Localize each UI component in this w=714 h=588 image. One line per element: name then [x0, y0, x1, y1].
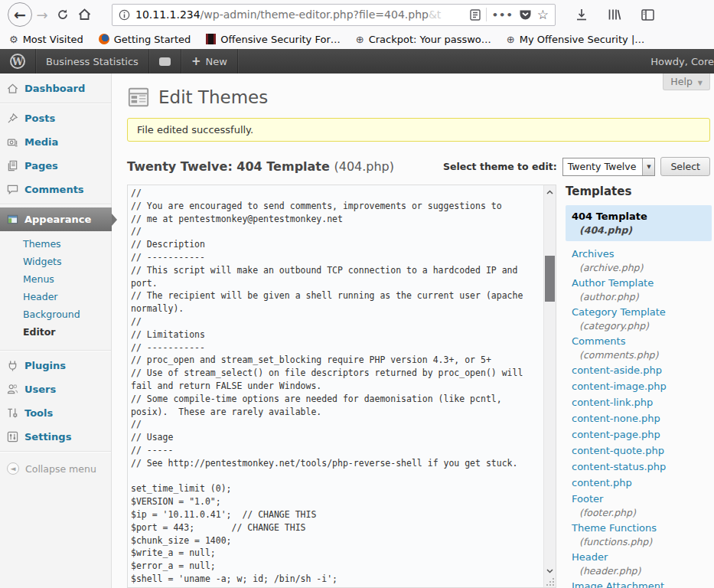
- sidebar-item-plugins[interactable]: Plugins: [0, 354, 111, 377]
- template-item[interactable]: content.php: [566, 476, 712, 489]
- dropdown-arrow-icon: ▼: [642, 158, 654, 175]
- sidebar-item-pages[interactable]: Pages: [0, 154, 111, 178]
- tools-icon: [7, 407, 18, 419]
- url-divider: [486, 8, 487, 21]
- download-icon[interactable]: [575, 8, 588, 21]
- new-content-menu[interactable]: + New: [181, 49, 238, 74]
- help-button[interactable]: Help ▼: [663, 74, 710, 90]
- bookmark-label: My Offensive Security |…: [520, 34, 645, 45]
- bookmark-label: Offensive Security For…: [220, 34, 340, 45]
- template-item[interactable]: Image Attachment Template (image.php): [566, 580, 712, 588]
- template-file: (author.php): [579, 291, 712, 302]
- textarea-resize-grip[interactable]: [546, 577, 555, 586]
- template-item[interactable]: content-status.php: [566, 460, 712, 473]
- bookmarks-bar: ⚙ Most Visited Getting Started Offensive…: [0, 29, 714, 49]
- template-name: Footer: [572, 492, 712, 505]
- sidebar-item-label: Dashboard: [24, 83, 85, 94]
- bookmark-crackpot[interactable]: ⊕ Crackpot: Your passwo…: [356, 34, 491, 45]
- template-item[interactable]: content-none.php: [566, 412, 712, 425]
- reader-mode-icon[interactable]: [470, 9, 481, 21]
- admin-sidebar-menu: Dashboard Posts Media Pages Comments App…: [0, 74, 112, 588]
- template-name: content.php: [572, 476, 712, 489]
- template-item-active[interactable]: 404 Template (404.php): [566, 205, 712, 241]
- url-path: /wp-admin/theme-editor.php?file=404.php: [201, 8, 429, 21]
- template-item[interactable]: content-image.php: [566, 380, 712, 393]
- template-item[interactable]: Author Template (author.php): [566, 276, 712, 302]
- sidebar-item-media[interactable]: Media: [0, 130, 111, 154]
- template-item[interactable]: content-quote.php: [566, 444, 712, 457]
- posts-icon: [7, 113, 18, 124]
- url-text[interactable]: 10.11.1.234/wp-admin/theme-editor.php?fi…: [135, 8, 465, 21]
- bookmark-offensive-security[interactable]: Offensive Security For…: [206, 34, 340, 45]
- bookmark-label: Getting Started: [114, 34, 191, 45]
- scrollbar-thumb[interactable]: [545, 256, 555, 302]
- template-file: (header.php): [579, 565, 712, 577]
- wp-admin-body: Dashboard Posts Media Pages Comments App…: [0, 74, 714, 588]
- submenu-item-header[interactable]: Header: [0, 288, 111, 305]
- bookmark-getting-started[interactable]: Getting Started: [99, 34, 191, 45]
- plugins-icon: [7, 360, 18, 371]
- template-item[interactable]: Header (header.php): [566, 550, 712, 577]
- home-button[interactable]: [73, 8, 95, 21]
- sidebar-item-comments[interactable]: Comments: [0, 178, 111, 201]
- editor-scrollbar[interactable]: [543, 185, 556, 587]
- appearance-icon: [7, 214, 18, 225]
- collapse-menu-button[interactable]: ◄ Collapse menu: [0, 455, 111, 482]
- select-theme-label: Select theme to edit:: [443, 161, 557, 172]
- sidebar-item-dashboard[interactable]: Dashboard: [0, 77, 111, 100]
- submenu-item-background[interactable]: Background: [0, 305, 111, 323]
- sidebar-item-users[interactable]: Users: [0, 377, 111, 401]
- reload-icon: [57, 8, 69, 21]
- sidebar-item-settings[interactable]: Settings: [0, 425, 111, 449]
- template-item[interactable]: content-link.php: [566, 396, 712, 409]
- code-editor-content[interactable]: // // You are encouraged to send comment…: [128, 185, 543, 587]
- sidebar-item-label: Appearance: [24, 214, 91, 225]
- comments-shortcut[interactable]: [149, 49, 181, 74]
- template-file: (archive.php): [579, 262, 712, 273]
- success-notice: File edited successfully.: [127, 118, 710, 142]
- submenu-item-editor[interactable]: Editor: [0, 323, 111, 341]
- page-title: Edit Themes: [158, 87, 268, 107]
- forward-button[interactable]: →: [32, 7, 52, 23]
- site-name-menu[interactable]: Business Statistics: [36, 49, 149, 74]
- howdy-account-menu[interactable]: Howdy, Core: [650, 49, 714, 74]
- wp-logo-menu[interactable]: W: [0, 49, 36, 74]
- home-icon: [78, 8, 91, 21]
- page-actions-icon[interactable]: •••: [492, 9, 513, 21]
- template-item[interactable]: content-aside.php: [566, 364, 712, 377]
- sidebar-item-appearance[interactable]: Appearance: [0, 207, 112, 231]
- theme-header-row: Twenty Twelve: 404 Template (404.php) Se…: [127, 157, 710, 176]
- reload-button[interactable]: [52, 8, 73, 21]
- template-name: 404 Template: [572, 210, 706, 223]
- template-item[interactable]: Theme Functions (functions.php): [566, 521, 712, 547]
- library-icon[interactable]: [608, 8, 621, 21]
- theme-code-editor[interactable]: // // You are encouraged to send comment…: [127, 185, 556, 588]
- submenu-item-menus[interactable]: Menus: [0, 270, 111, 288]
- bookmark-most-visited[interactable]: ⚙ Most Visited: [9, 34, 83, 45]
- scroll-up-arrow[interactable]: [544, 186, 556, 198]
- back-button[interactable]: ←: [8, 2, 32, 27]
- template-file: (functions.php): [579, 536, 712, 547]
- scroll-down-arrow[interactable]: [544, 565, 556, 577]
- bookmark-star-icon[interactable]: ☆: [537, 7, 549, 22]
- url-bar[interactable]: 10.11.1.234/wp-admin/theme-editor.php?fi…: [112, 4, 556, 26]
- chevron-up-icon: [546, 190, 553, 194]
- media-icon: [7, 136, 18, 148]
- globe-icon: ⊕: [356, 34, 364, 45]
- sidebar-toggle-icon[interactable]: [641, 9, 654, 21]
- submenu-item-widgets[interactable]: Widgets: [0, 253, 111, 270]
- submenu-item-themes[interactable]: Themes: [0, 235, 111, 253]
- template-item[interactable]: Category Template (category.php): [566, 305, 712, 332]
- template-item[interactable]: Footer (footer.php): [566, 492, 712, 518]
- sidebar-item-tools[interactable]: Tools: [0, 401, 111, 425]
- template-item[interactable]: Comments (comments.php): [566, 335, 712, 361]
- site-info-icon[interactable]: [119, 9, 130, 21]
- pocket-icon[interactable]: [519, 8, 532, 21]
- sidebar-item-posts[interactable]: Posts: [0, 106, 111, 130]
- select-theme-button[interactable]: Select: [660, 157, 710, 176]
- bookmark-my-offensive-security[interactable]: ⊕ My Offensive Security |…: [507, 34, 644, 45]
- theme-name: Twenty Twelve: 404 Template: [127, 159, 330, 174]
- template-item[interactable]: Archives (archive.php): [566, 247, 712, 273]
- template-item[interactable]: content-page.php: [566, 428, 712, 441]
- theme-select-dropdown[interactable]: Twenty Twelve ▼: [562, 158, 656, 176]
